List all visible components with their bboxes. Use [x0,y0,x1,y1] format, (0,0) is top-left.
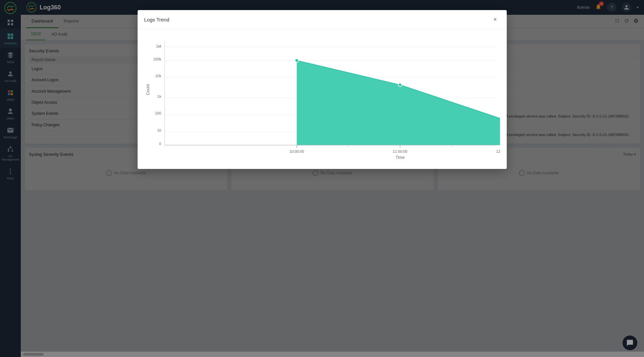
chart-container: 1M 100k 10k 1k 100 10 0 [144,35,500,162]
svg-text:12:00:00: 12:00:00 [496,149,500,153]
svg-text:1M: 1M [156,44,161,48]
svg-text:100: 100 [155,111,161,115]
svg-text:11:00:00: 11:00:00 [393,149,407,153]
svg-text:1k: 1k [157,94,161,98]
svg-text:0: 0 [159,142,161,146]
logs-trend-modal: Logs Trend × 1M 100k 10k 1k 100 10 0 [138,10,507,169]
chart-area-fill [297,60,500,145]
modal-close-button[interactable]: × [491,15,500,24]
svg-text:Time: Time [395,155,404,160]
modal-overlay: Logs Trend × 1M 100k 10k 1k 100 10 0 [0,0,644,357]
modal-title: Logs Trend [144,17,169,23]
svg-text:10k: 10k [155,74,161,78]
svg-text:10:00:00: 10:00:00 [289,149,304,153]
data-point-2 [398,83,402,87]
svg-text:Count: Count [146,84,150,95]
svg-text:10: 10 [157,128,161,132]
data-point-1 [295,59,298,62]
modal-header: Logs Trend × [138,10,507,29]
svg-text:100k: 100k [153,57,161,61]
modal-body: 1M 100k 10k 1k 100 10 0 [138,29,507,169]
logs-trend-modal-chart: 1M 100k 10k 1k 100 10 0 [144,35,500,162]
